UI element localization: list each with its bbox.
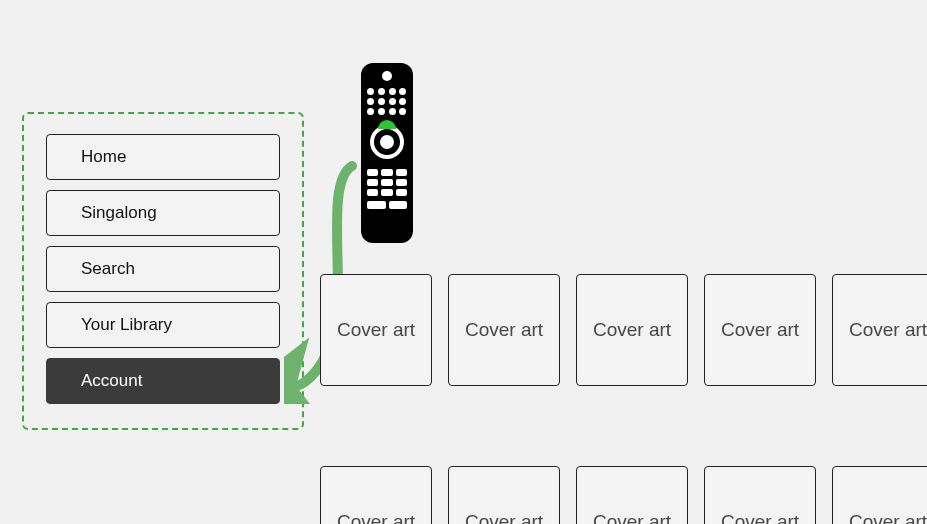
cover-art-tile[interactable]: Cover art [576, 466, 688, 524]
remote-up-button-icon [378, 120, 396, 129]
cover-art-tile[interactable]: Cover art [704, 466, 816, 524]
cover-art-tile[interactable]: Cover art [448, 466, 560, 524]
nav-item-home[interactable]: Home [46, 134, 280, 180]
cover-art-tile[interactable]: Cover art [832, 466, 927, 524]
cover-art-label: Cover art [849, 511, 927, 524]
cover-art-label: Cover art [721, 319, 799, 341]
cover-art-label: Cover art [849, 319, 927, 341]
cover-art-tile[interactable]: Cover art [576, 274, 688, 386]
nav-item-search[interactable]: Search [46, 246, 280, 292]
cover-art-tile[interactable]: Cover art [320, 274, 432, 386]
cover-art-label: Cover art [337, 511, 415, 524]
remote-dpad-icon [367, 122, 407, 162]
cover-art-label: Cover art [465, 511, 543, 524]
cover-art-tile[interactable]: Cover art [704, 274, 816, 386]
nav-item-label: Singalong [81, 203, 157, 223]
cover-art-tile[interactable]: Cover art [832, 274, 927, 386]
nav-item-label: Your Library [81, 315, 172, 335]
cover-art-tile[interactable]: Cover art [448, 274, 560, 386]
cover-art-label: Cover art [593, 511, 671, 524]
nav-item-label: Account [81, 371, 142, 391]
cover-row-1: Cover art Cover art Cover art Cover art … [320, 274, 927, 386]
nav-item-label: Search [81, 259, 135, 279]
cover-art-label: Cover art [593, 319, 671, 341]
cover-art-tile[interactable]: Cover art [320, 466, 432, 524]
cover-row-2: Cover art Cover art Cover art Cover art … [320, 466, 927, 524]
nav-item-your-library[interactable]: Your Library [46, 302, 280, 348]
diagram-stage: Home Singalong Search Your Library Accou… [0, 0, 927, 524]
remote-control-icon [361, 63, 413, 243]
nav-item-account[interactable]: Account [46, 358, 280, 404]
nav-item-singalong[interactable]: Singalong [46, 190, 280, 236]
nav-item-label: Home [81, 147, 126, 167]
sidebar-focus-region: Home Singalong Search Your Library Accou… [22, 112, 304, 430]
cover-art-label: Cover art [721, 511, 799, 524]
cover-art-label: Cover art [337, 319, 415, 341]
cover-art-label: Cover art [465, 319, 543, 341]
